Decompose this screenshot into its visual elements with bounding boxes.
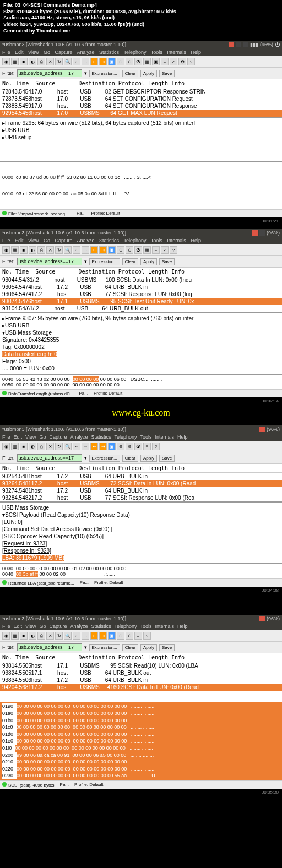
menu-edit[interactable]: Edit: [14, 434, 23, 440]
tb-btn[interactable]: ◐: [29, 632, 36, 640]
tray-icon[interactable]: [259, 616, 265, 621]
packet-row[interactable]: 93814.5505host 17.1 USBMS 95 SCSI: Read(…: [0, 662, 282, 669]
menu-file[interactable]: File: [2, 50, 10, 55]
hex-seg[interactable]: 0040 55 53 42 43 02 00 00 00: [2, 376, 73, 382]
tb-btn[interactable]: ⦿: [134, 246, 142, 254]
tb-btn[interactable]: ⊖: [126, 58, 133, 65]
tb-btn[interactable]: ■: [20, 632, 28, 640]
tb-btn[interactable]: ✓: [161, 246, 169, 254]
tb-btn[interactable]: ↻: [55, 246, 63, 254]
menu-internals[interactable]: Internals: [167, 50, 186, 55]
packet-row[interactable]: 93104.54/61/.2 nost USB 64 URB_BULK out: [0, 305, 282, 312]
tb-btn[interactable]: ⇥: [99, 246, 107, 254]
filter-input[interactable]: [17, 454, 82, 462]
detail-line[interactable]: [SBC Opcode: Read Capacity(10) (0x25)]: [2, 533, 280, 540]
save-button[interactable]: Save: [159, 455, 175, 462]
menu-capture[interactable]: Capture: [49, 434, 67, 440]
filter-input[interactable]: [17, 258, 82, 265]
packet-row[interactable]: 93054.5474host 17.2 USB 64 URB_BULK in: [0, 283, 282, 291]
clear-button[interactable]: Clear: [122, 70, 138, 77]
hex-line[interactable]: 020099 00 06 8a ca ca 00 91 00 00 00 06 …: [2, 752, 280, 759]
menu-internals[interactable]: Internals: [155, 624, 175, 629]
tb-btn[interactable]: ⎙: [37, 443, 45, 450]
detail-link[interactable]: [Response in: 9328]: [2, 547, 280, 554]
menu-analyze[interactable]: Analyze: [70, 434, 88, 440]
menu-analyze[interactable]: Analyze: [77, 238, 95, 243]
tb-btn[interactable]: ▣: [108, 443, 116, 450]
menu-tools[interactable]: Tools: [140, 624, 152, 629]
hex-seg[interactable]: 0040: [2, 571, 16, 577]
menu-capture[interactable]: Capture: [49, 624, 67, 629]
detail-line[interactable]: ▾USB Mass Storage: [2, 329, 280, 336]
tb-btn[interactable]: ←: [73, 632, 80, 640]
menu-edit[interactable]: Edit: [15, 50, 24, 55]
tray-icon[interactable]: [252, 230, 258, 236]
packet-list[interactable]: 93254.5481host 17.2 USB 64 URB_BULK in 9…: [0, 473, 282, 501]
detail-line-highlighted[interactable]: LBA: 3911679 (1909 MB): [2, 555, 64, 561]
menu-capture[interactable]: Capture: [55, 238, 72, 243]
save-button[interactable]: Save: [159, 258, 175, 265]
hex-line[interactable]: 01f000 00 00 00 00 00 00 00 00 00 00 00 …: [2, 745, 280, 752]
dropdown-icon[interactable]: ▾: [84, 645, 87, 650]
tb-open-icon[interactable]: ◉: [2, 58, 10, 65]
menu-telephony[interactable]: Telephony: [123, 238, 146, 243]
tray-icon[interactable]: [236, 42, 241, 47]
detail-line[interactable]: USB Mass Storage: [2, 504, 280, 511]
hex-line[interactable]: 021000 00 00 00 00 00 00 00 00 00 00 00 …: [2, 758, 280, 766]
tb-btn[interactable]: 🔍: [64, 246, 72, 254]
packet-row[interactable]: 93834.5506host 17.2 USB 64 URB_BULK in: [0, 676, 282, 684]
tb-btn[interactable]: ⊕: [117, 58, 124, 65]
tb-btn[interactable]: ⎙: [37, 58, 45, 65]
tray-icon[interactable]: [259, 427, 265, 432]
hex-selected[interactable]: 00 00 00 00: [73, 376, 99, 382]
packet-row[interactable]: 93284.548217.2 host USB 77 SCSI: Respons…: [0, 494, 282, 501]
tb-btn[interactable]: ↻: [55, 443, 63, 450]
apply-button[interactable]: Apply: [140, 644, 157, 651]
menu-view[interactable]: View: [25, 624, 36, 629]
packet-row[interactable]: 93064.547417.2 host USB 77 SCSI: Respons…: [0, 291, 282, 298]
tb-btn[interactable]: ◐: [29, 246, 36, 254]
tb-btn[interactable]: ⇥: [99, 443, 107, 450]
detail-line-highlighted[interactable]: DataTransferLength: 0: [2, 351, 57, 357]
menu-help[interactable]: Help: [177, 434, 188, 440]
menu-statistics[interactable]: Statistics: [91, 624, 111, 629]
packet-detail[interactable]: ▸Frame 9307: 95 bytes on wire (760 bits)…: [0, 312, 282, 374]
detail-line[interactable]: ▸URB setup: [2, 134, 280, 141]
packet-detail[interactable]: USB Mass Storage ▾SCSI Payload (Read Cap…: [0, 501, 282, 563]
tb-btn[interactable]: ⇤: [90, 58, 98, 65]
tb-btn[interactable]: ⊕: [117, 443, 124, 450]
menu-telephony[interactable]: Telephony: [114, 624, 137, 629]
packet-row[interactable]: 93254.5481host 17.2 USB 64 URB_BULK in: [0, 473, 282, 480]
tb-btn[interactable]: ←: [73, 246, 80, 254]
menu-statistics[interactable]: Statistics: [99, 238, 119, 243]
tb-btn[interactable]: ←: [73, 58, 80, 65]
menu-tools[interactable]: Tools: [140, 434, 152, 440]
tb-btn[interactable]: ◐: [29, 443, 36, 450]
hex-line[interactable]: 022000 00 00 00 00 00 00 00 00 00 00 00 …: [2, 766, 280, 773]
packet-row[interactable]: 93824.550517.1 host USB 64 URB_BULK out: [0, 669, 282, 676]
hex-line[interactable]: 0000 c0 a0 87 8d 00 88 ff ff 53 02 80 11…: [2, 174, 280, 180]
packet-row-selected[interactable]: 93074.5476host 17.1 USBMS 95 SCSI: Test …: [0, 298, 282, 305]
menu-analyze[interactable]: Analyze: [70, 624, 88, 629]
power-icon[interactable]: ⏻: [275, 42, 280, 47]
dropdown-icon[interactable]: ▾: [84, 259, 87, 264]
menu-file[interactable]: File: [2, 624, 10, 629]
tb-btn[interactable]: ↻: [55, 632, 63, 640]
tb-btn[interactable]: ⦿: [134, 443, 142, 450]
packet-row[interactable]: 93274.5481host 17.2 USB 64 URB_BULK in: [0, 487, 282, 494]
tb-btn[interactable]: ⊖: [126, 246, 133, 254]
tb-btn[interactable]: ◉: [2, 632, 10, 640]
menu-view[interactable]: View: [28, 50, 39, 55]
tb-btn[interactable]: ←: [73, 443, 80, 450]
tray-icon[interactable]: [259, 230, 265, 236]
hex-line[interactable]: 01b000 00 00 00 00 00 00 00 00 00 00 00 …: [2, 717, 280, 724]
tb-btn[interactable]: 🔍: [64, 58, 72, 65]
tb-btn[interactable]: ◉: [2, 246, 10, 254]
hex-line[interactable]: 019000 00 00 00 00 00 00 00 00 00 00 00 …: [2, 703, 280, 710]
menu-view[interactable]: View: [25, 434, 36, 440]
detail-line[interactable]: [Command Set:Direct Access Device (0x00)…: [2, 526, 280, 533]
tb-btn[interactable]: →: [82, 58, 89, 65]
packet-list[interactable]: 72843.545417.0 host USB 82 GET DESCRIPTO…: [0, 88, 282, 117]
menu-go[interactable]: Go: [44, 50, 50, 55]
dropdown-icon[interactable]: ▾: [84, 70, 87, 76]
